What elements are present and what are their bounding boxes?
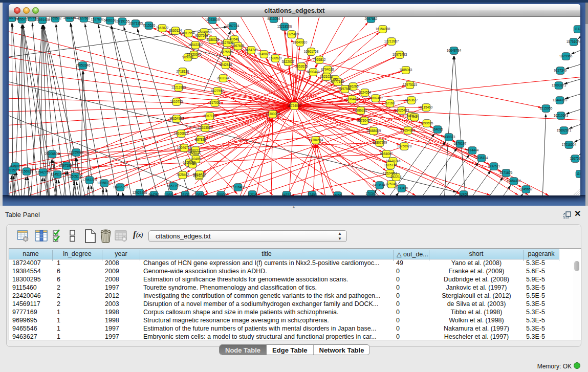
svg-text:3624554: 3624554 (359, 91, 372, 94)
svg-text:7955812: 7955812 (313, 58, 326, 61)
svg-text:1621022: 1621022 (320, 75, 333, 78)
svg-text:2803144: 2803144 (217, 76, 230, 80)
svg-text:13524851: 13524851 (383, 171, 398, 175)
svg-text:9115460: 9115460 (420, 105, 433, 109)
svg-text:10688609: 10688609 (366, 129, 381, 133)
svg-text:9948: 9948 (189, 162, 197, 166)
svg-text:7663822: 7663822 (156, 26, 169, 30)
svg-text:20975867: 20975867 (59, 164, 74, 167)
svg-text:9245652: 9245652 (520, 187, 533, 191)
svg-text:8186328: 8186328 (207, 38, 220, 41)
svg-text:18724007: 18724007 (287, 104, 302, 107)
svg-text:8990448: 8990448 (307, 70, 320, 74)
svg-text:9329966: 9329966 (560, 54, 573, 58)
svg-text:8912954: 8912954 (182, 31, 195, 35)
svg-text:20364436: 20364436 (345, 97, 360, 101)
svg-text:12444159: 12444159 (553, 98, 568, 102)
svg-text:10756928: 10756928 (397, 144, 412, 148)
svg-text:18640910: 18640910 (293, 40, 308, 44)
svg-text:6794028: 6794028 (321, 68, 334, 71)
svg-text:17359928: 17359928 (69, 150, 84, 154)
svg-text:29053346: 29053346 (76, 63, 91, 67)
svg-text:6914479: 6914479 (193, 172, 206, 176)
svg-text:155003: 155003 (215, 193, 227, 195)
svg-text:8215955: 8215955 (540, 106, 553, 110)
svg-text:16033809: 16033809 (205, 18, 220, 21)
svg-text:19654923: 19654923 (401, 128, 416, 132)
svg-text:17957225: 17957225 (82, 178, 97, 182)
svg-text:6879197: 6879197 (454, 142, 467, 145)
svg-text:7357224: 7357224 (227, 24, 239, 28)
svg-text:746266: 746266 (347, 84, 359, 88)
svg-text:116753: 116753 (570, 157, 580, 160)
svg-text:164095: 164095 (432, 127, 443, 131)
svg-text:19384554: 19384554 (309, 138, 323, 142)
svg-text:125248: 125248 (386, 182, 397, 186)
svg-text:16782759: 16782759 (113, 185, 128, 189)
svg-text:10654112: 10654112 (507, 179, 521, 183)
svg-text:1527602: 1527602 (91, 17, 104, 21)
svg-text:98222: 98222 (191, 148, 200, 152)
svg-text:10958107: 10958107 (97, 181, 112, 185)
svg-text:16961758: 16961758 (304, 50, 319, 53)
svg-text:10719155: 10719155 (115, 19, 130, 23)
svg-text:8471676: 8471676 (500, 171, 513, 174)
svg-text:20691406: 20691406 (35, 18, 50, 21)
svg-text:1112: 1112 (574, 27, 580, 31)
svg-text:1610755: 1610755 (170, 100, 183, 103)
svg-text:2935114: 2935114 (475, 156, 488, 160)
svg-text:12093873: 12093873 (552, 83, 567, 87)
svg-text:20014: 20014 (248, 192, 257, 195)
svg-text:9474444: 9474444 (466, 148, 479, 152)
svg-text:13353594: 13353594 (198, 126, 213, 129)
svg-text:835001: 835001 (10, 164, 21, 168)
svg-text:12923446: 12923446 (133, 191, 147, 194)
svg-text:9327506: 9327506 (195, 34, 208, 37)
svg-text:9699695: 9699695 (421, 121, 433, 125)
svg-text:1588520: 1588520 (269, 56, 282, 60)
svg-text:8813054: 8813054 (268, 17, 280, 20)
svg-text:7632621: 7632621 (488, 164, 500, 168)
svg-text:19166827: 19166827 (174, 132, 189, 135)
svg-text:989018: 989018 (182, 55, 193, 59)
svg-text:2967608: 2967608 (232, 44, 245, 48)
svg-text:9242848: 9242848 (220, 63, 232, 67)
svg-text:1093: 1093 (165, 193, 173, 195)
svg-text:16210643: 16210643 (554, 114, 569, 117)
svg-text:9084067: 9084067 (380, 152, 393, 156)
svg-text:12975115: 12975115 (403, 83, 417, 86)
svg-text:17016504: 17016504 (562, 143, 577, 146)
svg-text:15720407: 15720407 (357, 119, 372, 122)
svg-text:15218506: 15218506 (277, 25, 292, 28)
svg-text:7625402: 7625402 (177, 173, 189, 177)
svg-text:2718126: 2718126 (177, 70, 189, 73)
svg-text:12213389: 12213389 (171, 85, 186, 89)
svg-text:16120746: 16120746 (386, 159, 401, 163)
svg-text:19654983: 19654983 (169, 117, 184, 120)
svg-text:1167: 1167 (576, 172, 580, 176)
svg-text:15751074: 15751074 (567, 40, 580, 43)
svg-text:18300295: 18300295 (266, 112, 280, 116)
svg-text:1065328: 1065328 (63, 17, 76, 19)
svg-text:1156829: 1156829 (20, 169, 33, 173)
svg-text:16671355: 16671355 (128, 21, 143, 25)
svg-text:944281: 944281 (148, 193, 160, 195)
svg-text:10489: 10489 (191, 157, 201, 161)
svg-text:8267110: 8267110 (204, 114, 216, 118)
svg-text:10025433: 10025433 (395, 108, 409, 112)
svg-text:1615132: 1615132 (384, 163, 397, 167)
svg-text:9227349: 9227349 (554, 69, 567, 72)
svg-text:4456: 4456 (334, 193, 342, 195)
svg-text:15692971: 15692971 (557, 128, 572, 132)
svg-text:8660124: 8660124 (169, 29, 182, 32)
svg-text:92450: 92450 (459, 192, 468, 195)
svg-text:8427552: 8427552 (211, 89, 224, 93)
svg-text:12226058: 12226058 (197, 30, 212, 34)
svg-text:2087682: 2087682 (365, 17, 378, 20)
svg-text:80546: 80546 (230, 37, 239, 41)
svg-text:7515526: 7515526 (143, 24, 156, 27)
svg-text:9657791: 9657791 (167, 184, 180, 188)
svg-text:14136141: 14136141 (373, 183, 387, 187)
svg-text:12505135: 12505135 (68, 174, 83, 178)
svg-text:9146821: 9146821 (258, 52, 271, 56)
